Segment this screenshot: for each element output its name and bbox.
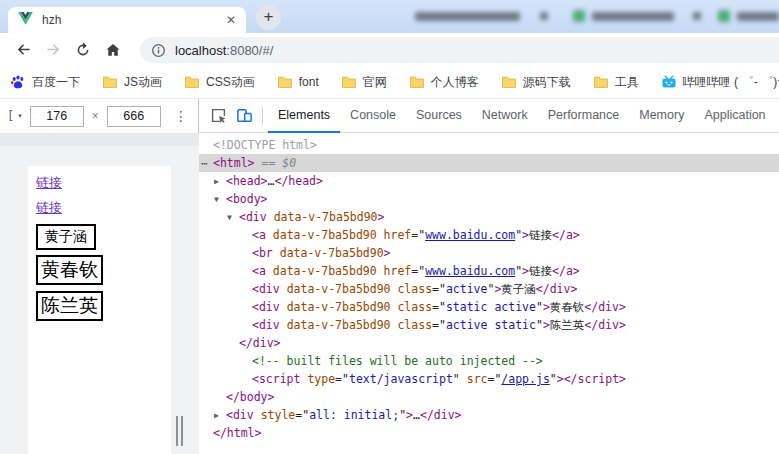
tab-memory[interactable]: Memory	[629, 99, 694, 133]
background-window-tabs[interactable]	[300, 0, 779, 33]
expand-arrow-icon[interactable]: ▶	[214, 173, 226, 191]
code-line[interactable]: ⋯<html> == $0	[199, 154, 779, 172]
code-token: "	[550, 372, 557, 386]
code-line[interactable]: ▶<head>…</head>	[199, 172, 779, 190]
reload-button[interactable]	[68, 36, 98, 64]
bookmark-item[interactable]: 百度一下	[10, 74, 80, 91]
code-line[interactable]: <!DOCTYPE html>	[199, 136, 779, 154]
bookmark-item[interactable]: 官网	[341, 74, 387, 91]
code-line[interactable]: <div data-v-7ba5bd90 class="active stati…	[199, 316, 779, 334]
background-tab-close[interactable]	[540, 12, 548, 20]
info-icon[interactable]	[151, 43, 166, 58]
code-token: active	[446, 282, 488, 296]
back-button[interactable]	[8, 36, 38, 64]
code-token	[266, 264, 273, 278]
vue-icon	[18, 12, 34, 28]
code-line[interactable]: <div data-v-7ba5bd90 class="static activ…	[199, 298, 779, 316]
page-link[interactable]: 链接	[36, 174, 62, 192]
bookmark-item[interactable]: 源码下载	[501, 74, 571, 91]
browser-toolbar: localhost :8080/#/	[0, 33, 779, 66]
device-mode-glyph: [	[7, 109, 14, 123]
viewport-width-input[interactable]	[30, 106, 84, 127]
code-line[interactable]: </html>	[199, 424, 779, 442]
code-token: data-v-7ba5bd90	[273, 264, 377, 278]
code-line[interactable]: </body>	[199, 388, 779, 406]
device-toolbar: [ ▾ × ⋮	[0, 99, 198, 133]
background-tab[interactable]	[592, 12, 674, 21]
scroll-grip[interactable]	[176, 416, 183, 446]
code-line[interactable]: ▼<div data-v-7ba5bd90>	[199, 208, 779, 226]
name-box: 黄春钦	[36, 255, 103, 285]
code-line[interactable]: <!-- built files will be auto injected -…	[199, 352, 779, 370]
dimension-separator: ×	[92, 109, 99, 123]
code-token: >	[543, 300, 550, 314]
device-toolbar-icon[interactable]	[231, 103, 257, 129]
code-token: </head>	[274, 174, 322, 188]
viewport-height-input[interactable]	[107, 106, 161, 127]
code-line[interactable]: <a data-v-7ba5bd90 href="www.baidu.com">…	[199, 226, 779, 244]
background-tab[interactable]	[737, 12, 779, 21]
tab-performance[interactable]: Performance	[538, 99, 630, 133]
code-line[interactable]: ▼<body>	[199, 190, 779, 208]
code-token: 陈兰英	[550, 318, 585, 332]
address-bar[interactable]: localhost :8080/#/	[140, 37, 779, 63]
code-token: ="	[487, 372, 501, 386]
code-token: ="	[295, 408, 309, 422]
browser-tab[interactable]: hzh ✕	[8, 7, 246, 33]
expand-arrow-icon[interactable]: ▶	[214, 407, 226, 425]
home-icon	[104, 41, 122, 59]
code-line[interactable]: <script type="text/javascript" src="/app…	[199, 370, 779, 388]
url-path: :8080/#/	[226, 43, 273, 58]
code-token: ="	[432, 318, 446, 332]
bookmark-item[interactable]: 哔哩哔哩 ( ゜- ゜)つ...	[661, 74, 779, 91]
bookmark-label: JS动画	[124, 74, 162, 91]
bookmark-item[interactable]: 工具	[593, 74, 639, 91]
code-token: href	[384, 264, 412, 278]
device-toolbar-menu-icon[interactable]: ⋮	[174, 108, 189, 124]
bookmarks-bar: 百度一下JS动画CSS动画font官网个人博客源码下载工具哔哩哔哩 ( ゜- ゜…	[0, 66, 779, 99]
code-token	[460, 372, 467, 386]
background-tab[interactable]	[415, 12, 520, 21]
code-token: >	[557, 372, 564, 386]
tab-elements[interactable]: Elements	[268, 99, 340, 133]
tab-network[interactable]: Network	[472, 99, 538, 133]
tab-title: hzh	[42, 13, 61, 27]
code-token: <div	[239, 210, 267, 224]
folder-icon	[277, 74, 293, 90]
bookmark-item[interactable]: JS动画	[102, 74, 162, 91]
code-token: ="	[432, 282, 446, 296]
page-link[interactable]: 链接	[36, 199, 62, 217]
collapse-arrow-icon[interactable]: ▼	[214, 191, 226, 209]
bookmark-item[interactable]: 个人博客	[409, 74, 479, 91]
background-tab-close[interactable]	[693, 12, 701, 20]
collapse-arrow-icon[interactable]: ▼	[227, 209, 239, 227]
url-host: localhost	[175, 43, 226, 58]
tab-console[interactable]: Console	[340, 99, 406, 133]
code-token: 链接	[529, 264, 552, 278]
bookmark-label: 哔哩哔哩 ( ゜- ゜)つ...	[683, 74, 779, 91]
device-mode-dropdown[interactable]: [ ▾	[7, 109, 22, 123]
tab-close-icon[interactable]: ✕	[226, 13, 236, 27]
forward-button[interactable]	[38, 36, 68, 64]
node-menu-dots-icon[interactable]: ⋯	[201, 155, 213, 173]
tab-sources[interactable]: Sources	[406, 99, 472, 133]
code-token: <div	[252, 300, 280, 314]
folder-icon	[341, 74, 357, 90]
tab-application[interactable]: Application	[694, 99, 775, 133]
code-token: 链接	[529, 228, 552, 242]
code-line[interactable]: <br data-v-7ba5bd90>	[199, 244, 779, 262]
code-line[interactable]: <a data-v-7ba5bd90 href="www.baidu.com">…	[199, 262, 779, 280]
code-token: class	[397, 318, 432, 332]
bookmark-item[interactable]: font	[277, 74, 319, 90]
folder-icon	[102, 74, 118, 90]
new-tab-button[interactable]: +	[256, 5, 281, 30]
code-token: data-v-7ba5bd90	[274, 210, 378, 224]
code-line[interactable]: ▶<div style="all: initial;">…</div>	[199, 406, 779, 424]
inspect-icon[interactable]	[205, 103, 231, 129]
bookmark-item[interactable]: CSS动画	[184, 74, 255, 91]
home-button[interactable]	[98, 36, 128, 64]
page-panel: [ ▾ × ⋮ 链接链接黄子涵黄春钦陈兰英	[0, 99, 199, 454]
code-token: text/javascript	[349, 372, 453, 386]
code-line[interactable]: <div data-v-7ba5bd90 class="active">黄子涵<…	[199, 280, 779, 298]
code-line[interactable]: </div>	[199, 334, 779, 352]
